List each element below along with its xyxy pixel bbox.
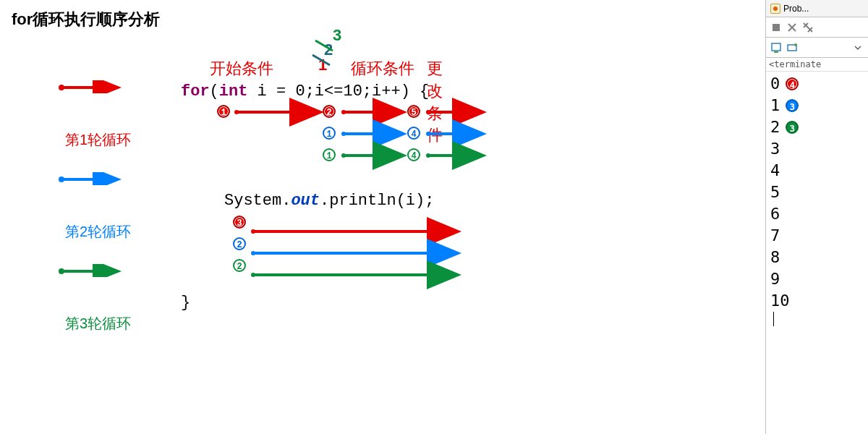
console-tab-label: Prob... — [783, 4, 809, 14]
badge-green-4: 4 — [407, 148, 420, 161]
output-row: 0 4 — [770, 73, 864, 95]
console-output: 0 4 1 3 2 3 3 4 5 6 7 8 9 10 — [766, 72, 868, 328]
console-tab[interactable]: Prob... — [766, 0, 868, 17]
output-row: 6 — [770, 203, 864, 225]
badge-blue-2: 2 — [233, 237, 246, 250]
dropdown-icon[interactable] — [852, 42, 864, 54]
kw-for: for — [181, 82, 210, 101]
diagram-canvas: for循环执行顺序分析 第1轮循环 第2轮循环 第3 — [0, 0, 618, 434]
terminate-label: <terminate — [766, 58, 868, 72]
arrow-icon — [58, 264, 123, 277]
cursor-icon — [773, 312, 774, 326]
badge-green-2: 2 — [233, 259, 246, 272]
arrow-icon — [58, 80, 123, 93]
output-row: 8 — [770, 247, 864, 268]
badge-red-3: 3 — [233, 216, 246, 229]
legend-row-2 — [58, 157, 131, 200]
out-badge-3: 3 — [786, 99, 799, 112]
svg-rect-28 — [773, 24, 780, 31]
console-toolbar-2 — [766, 38, 868, 58]
legend-label-3: 第3轮循环 — [65, 314, 131, 333]
remove-all-icon[interactable] — [802, 22, 814, 33]
label-loop-cond: 循环条件 — [351, 58, 414, 80]
display-selected-icon[interactable] — [770, 42, 782, 54]
out-badge-3g: 3 — [786, 121, 799, 134]
svg-line-6 — [315, 41, 333, 51]
code-for-line: for(int i = 0;i<=10;i++) { — [181, 81, 434, 103]
pin-icon[interactable] — [786, 42, 798, 54]
badge-red-2: 2 — [323, 105, 336, 118]
for-flow-red: 1 2 5 — [181, 103, 434, 125]
console-panel: Prob... <terminate 0 4 1 3 2 3 3 4 5 6 7… — [765, 0, 868, 434]
out-badge-4: 4 — [786, 77, 799, 90]
badge-red-1: 1 — [217, 105, 230, 118]
strike-lines — [311, 38, 340, 81]
svg-point-31 — [794, 43, 797, 46]
code-block: 3 2 1 开始条件 循环条件 更改条件 for(int i = 0;i<=10… — [181, 30, 434, 314]
output-row: 3 — [770, 138, 864, 160]
legend-label-2: 第2轮循环 — [65, 222, 131, 242]
arrow-icon — [58, 172, 123, 185]
stop-icon[interactable] — [770, 22, 782, 33]
legend-row-1 — [58, 65, 131, 109]
for-flow-green: 1 4 — [181, 147, 434, 169]
output-row: 4 — [770, 160, 864, 182]
print-flow-red: 3 — [181, 213, 434, 234]
badge-blue-1: 1 — [323, 127, 336, 140]
legend-row-3 — [58, 249, 131, 292]
badge-blue-4: 4 — [407, 127, 420, 140]
page-title: for循环执行顺序分析 — [12, 9, 160, 30]
output-row: 10 — [770, 290, 864, 312]
for-flow-blue: 1 4 — [181, 125, 434, 147]
svg-line-7 — [312, 55, 330, 65]
output-row: 9 — [770, 268, 864, 290]
output-row: 5 — [770, 182, 864, 203]
output-row: 1 3 — [770, 95, 864, 116]
print-flow-green: 2 — [181, 256, 434, 278]
legend: 第1轮循环 第2轮循环 第3轮循环 — [58, 65, 131, 333]
output-row: 2 3 — [770, 116, 864, 138]
code-println-line: System.out.println(i); — [181, 190, 434, 213]
output-row: 7 — [770, 225, 864, 247]
console-toolbar — [766, 17, 868, 38]
svg-rect-29 — [772, 43, 780, 51]
print-flow-blue: 2 — [181, 234, 434, 256]
kw-int: int — [219, 82, 248, 101]
legend-label-1: 第1轮循环 — [65, 130, 131, 150]
badge-green-1: 1 — [323, 148, 336, 161]
badge-red-5: 5 — [407, 105, 420, 118]
problems-icon — [770, 4, 780, 14]
remove-icon[interactable] — [786, 22, 798, 33]
code-rbrace: } — [181, 292, 434, 315]
label-start-cond: 开始条件 — [210, 58, 273, 80]
